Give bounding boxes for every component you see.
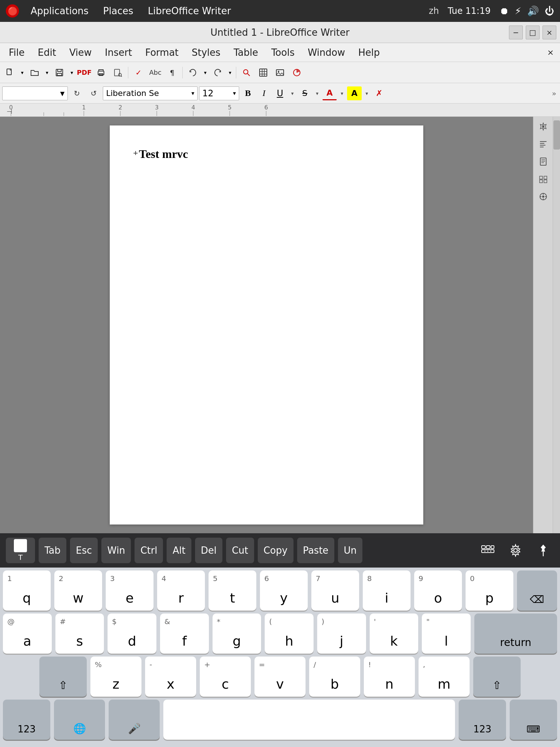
key-x[interactable]: -x [145,657,196,697]
win-key[interactable]: Win [101,538,131,563]
backspace-key[interactable]: ⌫ [517,570,557,611]
key-c[interactable]: +c [200,657,251,697]
save-button[interactable] [52,65,67,80]
del-key[interactable]: Del [195,538,222,563]
mic-key[interactable]: 🎤 [109,700,160,740]
sidebar-gallery-button[interactable] [536,171,551,187]
style-selector[interactable]: ▾ [2,86,68,100]
scrollbar[interactable] [553,117,560,533]
menu-help[interactable]: Help [352,45,385,60]
key-a[interactable]: @a [3,614,52,654]
preview-button[interactable] [110,65,125,80]
new-button[interactable] [2,65,18,80]
key-f[interactable]: &f [160,614,209,654]
redo-arrow[interactable]: ▾ [227,65,233,80]
key-o[interactable]: 9o [414,570,462,611]
spellcheck-button[interactable]: ✓ [131,65,146,80]
copy-key[interactable]: Copy [258,538,293,563]
font-size-selector[interactable]: 12 ▾ [199,86,239,100]
tab-key[interactable]: Tab [39,538,66,563]
key-r[interactable]: 4r [157,570,205,611]
table-button[interactable] [256,65,271,80]
key-j[interactable]: )j [317,614,366,654]
key-t[interactable]: 5t [209,570,256,611]
key-w[interactable]: 2w [54,570,102,611]
open-arrow[interactable]: ▾ [44,65,50,80]
bold-button[interactable]: B [241,86,255,100]
key-s[interactable]: #s [55,614,104,654]
key-q[interactable]: 1q [3,570,51,611]
document-text[interactable]: + Test mrvc [139,147,394,161]
undo-arrow[interactable]: ▾ [202,65,209,80]
menu-file[interactable]: File [3,45,31,60]
key-p[interactable]: 0p [466,570,513,611]
menu-table[interactable]: Table [228,45,264,60]
close-button[interactable]: × [542,26,556,39]
paste-key[interactable]: Paste [297,538,334,563]
space-key[interactable] [163,700,455,740]
square-t-key[interactable]: T [6,538,35,563]
key-b[interactable]: /b [309,657,360,697]
pdf-button[interactable]: PDF [77,65,92,80]
fontcolor-button[interactable]: A [322,86,337,100]
menu-tools[interactable]: Tools [265,45,300,60]
toolbar-more-button[interactable]: » [551,88,558,99]
italic-button[interactable]: I [257,86,271,100]
key-k[interactable]: 'k [370,614,419,654]
open-button[interactable] [27,65,42,80]
key-v[interactable]: =v [254,657,306,697]
highlighting-arrow[interactable]: ▾ [363,86,370,100]
nonprinting-button[interactable]: ¶ [164,65,180,80]
fontcolor-arrow[interactable]: ▾ [338,86,346,100]
undo-button[interactable] [185,65,201,80]
menu-styles[interactable]: Styles [186,45,226,60]
find-button[interactable] [239,65,254,80]
ctrl-key[interactable]: Ctrl [135,538,163,563]
key-n[interactable]: !n [364,657,415,697]
highlighting-button[interactable]: A [347,86,362,100]
underline-button[interactable]: U [273,86,287,100]
menubar-close-button[interactable]: × [544,46,557,59]
key-i[interactable]: 8i [363,570,411,611]
key-z[interactable]: %z [90,657,141,697]
key-u[interactable]: 7u [311,570,359,611]
menu-places[interactable]: Places [100,4,136,18]
menu-window[interactable]: Window [302,45,351,60]
key-y[interactable]: 6y [260,570,308,611]
key-m[interactable]: ,m [419,657,470,697]
menu-libreoffice[interactable]: LibreOffice Writer [145,4,234,18]
key-l[interactable]: "l [422,614,471,654]
strikethrough-button[interactable]: S [298,86,312,100]
shift-left-key[interactable]: ⇧ [39,657,87,697]
font-selector[interactable]: Liberation Se ▾ [103,86,198,100]
document-scroll-area[interactable]: + Test mrvc [0,117,533,533]
style-refresh-button[interactable]: ↻ [69,86,85,101]
style-update-button[interactable]: ↺ [86,86,101,101]
globe-key[interactable]: 🌐 [54,700,105,740]
num-key-left[interactable]: 123 [3,700,50,740]
key-g[interactable]: *g [213,614,261,654]
keyboard-layout-icon[interactable] [477,539,499,561]
redo-button[interactable] [210,65,225,80]
un-key[interactable]: Un [338,538,363,563]
key-h[interactable]: (h [265,614,314,654]
key-d[interactable]: $d [108,614,156,654]
num-key-right[interactable]: 123 [459,700,506,740]
return-key[interactable]: return [474,614,557,654]
menu-view[interactable]: View [63,45,98,60]
pin-icon[interactable] [532,539,554,561]
menu-format[interactable]: Format [139,45,184,60]
minimize-button[interactable]: − [509,26,523,39]
document-page[interactable]: + Test mrvc [110,125,423,525]
menu-applications[interactable]: Applications [28,4,92,18]
print-button[interactable] [93,65,109,80]
sidebar-properties-button[interactable] [536,119,551,134]
new-arrow[interactable]: ▾ [19,65,26,80]
clear-formatting-button[interactable]: ✗ [372,86,386,100]
image-button[interactable] [272,65,288,80]
cut-key[interactable]: Cut [226,538,254,563]
key-e[interactable]: 3e [106,570,153,611]
keyboard-icon-key[interactable]: ⌨ [510,700,557,740]
autocorrect-button[interactable]: Abc [148,65,163,80]
menu-edit[interactable]: Edit [32,45,62,60]
